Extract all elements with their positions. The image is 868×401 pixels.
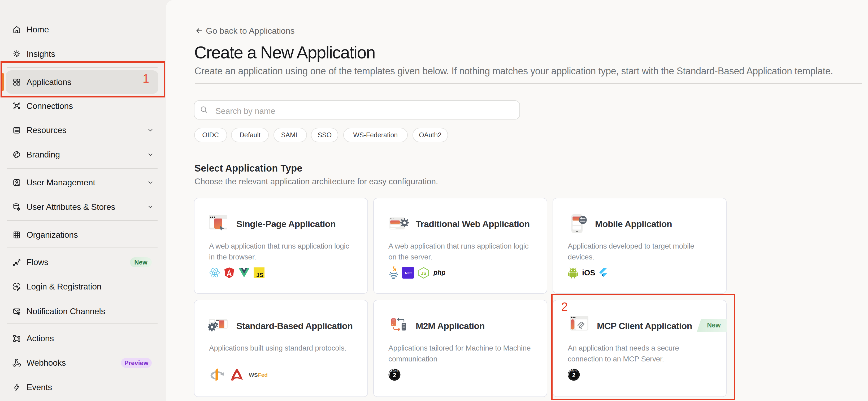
svg-text:JS: JS	[256, 272, 264, 278]
svg-text:php: php	[433, 269, 445, 276]
svg-text:iOS: iOS	[582, 268, 595, 277]
svg-text:2: 2	[393, 372, 396, 378]
svg-text:JS: JS	[421, 270, 427, 276]
svg-text:.NET: .NET	[404, 271, 412, 275]
svg-text:WSFed: WSFed	[249, 372, 268, 378]
